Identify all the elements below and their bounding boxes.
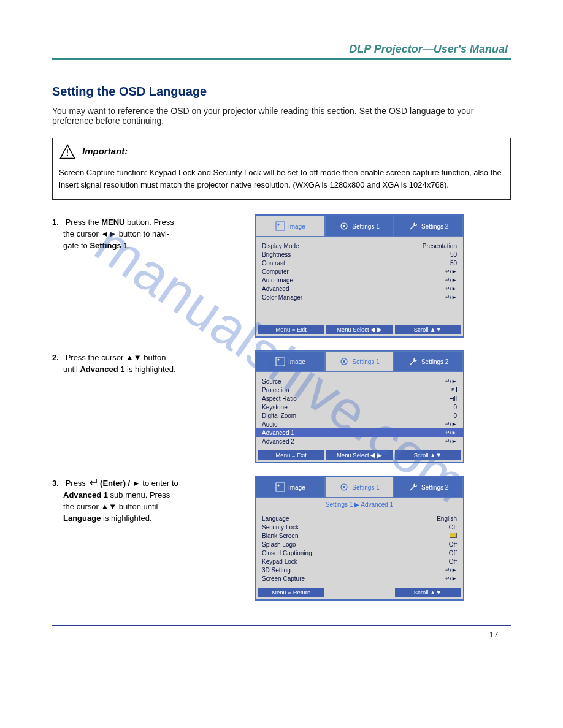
osd-item: Audio↵/► [262, 420, 457, 428]
svg-point-9 [343, 360, 345, 363]
header-rule [52, 58, 511, 60]
projection-icon: P [450, 387, 457, 393]
osd-item: LanguageEnglish [262, 514, 457, 523]
footer-spacer [326, 588, 392, 597]
osd-screenshot-1: Image Settings 1 Settings 2 Display Mode… [255, 214, 464, 338]
osd1-body: Display ModePresentation Brightness50 Co… [256, 237, 463, 322]
page-number: — 17 — [52, 630, 511, 639]
gear-icon [339, 482, 349, 492]
osd-item: Brightness50 [262, 250, 457, 259]
wrench-icon [408, 221, 418, 231]
step-1: 1. Press the MENU button. Press the curs… [52, 214, 511, 338]
osd-item: ProjectionP [262, 385, 457, 394]
osd2-footer: Menu = Exit Menu Select ◀ ▶ Scroll ▲▼ [258, 450, 461, 460]
osd-item: Aspect RatioFill [262, 394, 457, 403]
svg-point-11 [277, 485, 279, 487]
section-intro: You may want to reference the OSD on you… [52, 106, 511, 126]
important-text: Screen Capture function: Keypad Lock and… [59, 167, 504, 191]
image-icon [275, 221, 285, 231]
osd-item: Security LockOff [262, 523, 457, 531]
step-3-text: 3. Press (Enter) / ► to enter to Advance… [52, 476, 236, 525]
svg-rect-10 [276, 483, 285, 491]
step-1-text: 1. Press the MENU button. Press the curs… [52, 214, 236, 252]
section-heading: Setting the OSD Language [52, 85, 511, 99]
header-title: DLP Projector—User's Manual [52, 43, 511, 56]
enter-arrow-icon [88, 478, 98, 490]
osd-item: Contrast50 [262, 259, 457, 267]
tab-settings1: Settings 1 [325, 216, 394, 237]
osd-screenshot-2: Image Settings 1 Settings 2 Source↵/► Pr… [255, 350, 464, 463]
osd-item: Color Manager↵/► [262, 293, 457, 301]
tab-image: Image [256, 351, 325, 372]
footer-scroll: Scroll ▲▼ [395, 588, 461, 597]
tab-image: Image [256, 216, 325, 237]
image-icon [275, 357, 285, 366]
tab-settings1: Settings 1 [325, 351, 394, 372]
svg-point-13 [343, 486, 345, 488]
svg-point-5 [343, 225, 345, 227]
important-box: Important: Screen Capture function: Keyp… [52, 138, 511, 200]
step-3: 3. Press (Enter) / ► to enter to Advance… [52, 476, 511, 601]
footer-exit: Menu = Exit [258, 450, 324, 460]
footer-scroll: Scroll ▲▼ [395, 450, 461, 460]
footer-exit: Menu = Exit [258, 325, 324, 334]
image-icon [275, 482, 285, 492]
tab-settings2: Settings 2 [394, 216, 463, 237]
osd-item: Advanced 2↵/► [262, 437, 457, 446]
warning-icon [59, 143, 76, 163]
osd-item: Screen Capture↵/► [262, 574, 457, 583]
osd-item: Advanced↵/► [262, 284, 457, 293]
blank-color-swatch [450, 533, 457, 539]
svg-rect-2 [276, 222, 285, 230]
step-2: 2. Press the cursor ▲▼ button until Adva… [52, 350, 511, 463]
wrench-icon [408, 482, 418, 492]
osd3-footer: Menu = Return Scroll ▲▼ [258, 588, 461, 597]
osd-item: Auto Image↵/► [262, 276, 457, 284]
osd-item: Blank Screen [262, 531, 457, 540]
osd3-body: LanguageEnglish Security LockOff Blank S… [256, 509, 463, 585]
gear-icon [339, 221, 349, 231]
footer-rule [52, 625, 511, 626]
osd-item: Keystone0 [262, 403, 457, 411]
svg-rect-6 [276, 357, 285, 366]
osd1-footer: Menu = Exit Menu Select ◀ ▶ Scroll ▲▼ [258, 325, 461, 334]
gear-icon [339, 357, 349, 366]
document-page: manualshive.com DLP Projector—User's Man… [0, 0, 563, 728]
tab-settings2: Settings 2 [394, 477, 463, 498]
osd-item: Splash LogoOff [262, 540, 457, 548]
osd-item: Computer↵/► [262, 267, 457, 276]
osd-item: Closed CaptioningOff [262, 548, 457, 557]
osd-item: Display ModePresentation [262, 241, 457, 250]
osd-screenshot-3: Image Settings 1 Settings 2 Settings 1 ▶… [255, 476, 464, 601]
osd-item: 3D Setting↵/► [262, 566, 457, 574]
tab-image: Image [256, 477, 325, 498]
wrench-icon [408, 357, 418, 366]
footer-return: Menu = Return [258, 588, 324, 597]
svg-point-3 [277, 224, 279, 226]
osd-item: Digital Zoom0 [262, 411, 457, 420]
step-2-text: 2. Press the cursor ▲▼ button until Adva… [52, 350, 236, 376]
footer-select: Menu Select ◀ ▶ [326, 450, 392, 460]
footer-select: Menu Select ◀ ▶ [326, 325, 392, 334]
osd-item: Source↵/► [262, 377, 457, 385]
osd-breadcrumb: Settings 1 ▶ Advanced 1 [256, 498, 463, 509]
osd2-body: Source↵/► ProjectionP Aspect RatioFill K… [256, 372, 463, 448]
tab-settings1: Settings 1 [325, 477, 394, 498]
tab-settings2: Settings 2 [394, 351, 463, 372]
osd-item: Keypad LockOff [262, 557, 457, 566]
footer-scroll: Scroll ▲▼ [395, 325, 461, 334]
svg-point-7 [277, 359, 279, 361]
osd-item-highlighted: Advanced 1↵/► [256, 428, 463, 437]
svg-point-1 [67, 155, 68, 156]
important-label: Important: [82, 146, 128, 156]
